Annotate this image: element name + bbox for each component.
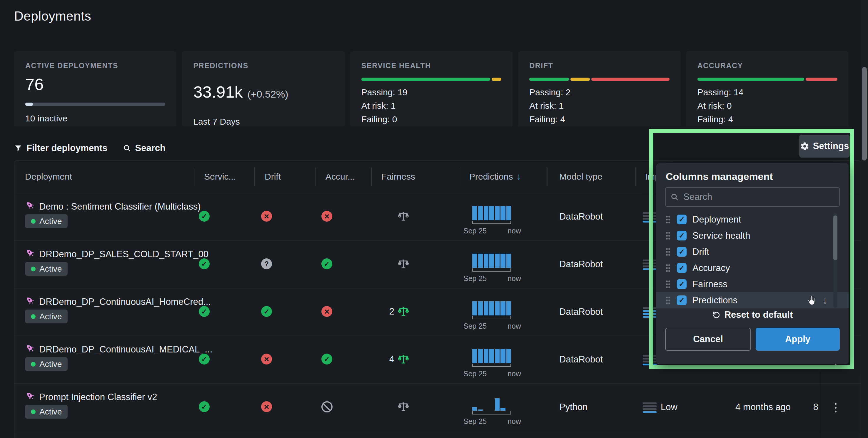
column-header-drift[interactable]: Drift [265,160,281,193]
status-line-passing: Passing: 2 [529,86,669,99]
bar [484,206,488,220]
column-header-predictions[interactable]: Predictions↓ [469,160,521,193]
columns-search-input[interactable] [683,191,835,202]
segment-yellow [570,77,590,81]
column-header-accuracy[interactable]: Accur... [326,160,355,193]
row-menu-button[interactable] [830,399,841,416]
column-item-accuracy[interactable]: ✓Accuracy [656,260,848,276]
drag-handle-icon[interactable] [665,248,671,256]
search-button[interactable]: Search [123,143,165,153]
page-scrollbar-thumb[interactable] [862,67,867,160]
column-item-deployment[interactable]: ✓Deployment [656,211,848,227]
service-health-icon-pass [199,211,210,222]
scales-icon [397,401,410,413]
bar [500,349,505,363]
drag-handle-icon[interactable] [665,280,671,289]
column-header-deployment[interactable]: Deployment [25,160,72,193]
stat-card-sub: 10 inactive [25,114,165,123]
axis-bracket [472,269,511,272]
rocket-icon [25,391,36,402]
checkbox[interactable]: ✓ [677,215,687,224]
active-dot-icon [31,219,36,224]
checkbox[interactable]: ✓ [677,247,687,257]
bar [500,301,505,315]
columns-list: ✓Deployment✓Service health✓Drift✓Accurac… [656,211,848,308]
filter-deployments-button[interactable]: Filter deployments [14,143,107,153]
column-header-label: Drift [265,172,281,182]
stat-card-label: ACTIVE DEPLOYMENTS [25,61,165,70]
checkbox[interactable]: ✓ [677,279,687,289]
prediction-bars [472,349,511,363]
accuracy-icon-none [321,401,333,412]
active-progress-bar [25,102,165,106]
predictions-chart: Sep 25now [472,301,511,319]
axis-labels: Sep 25now [463,274,521,283]
funnel-icon [14,144,22,152]
importance-icon [643,355,657,365]
bar [489,206,494,220]
status-segment-bar [529,77,669,81]
sort-desc-icon: ↓ [823,295,828,306]
header-divider [254,167,255,186]
header-divider [371,167,372,186]
status-badge-label: Active [39,359,62,369]
bar [472,301,477,315]
status-line-at-risk: At risk: 0 [698,99,837,113]
checkbox[interactable]: ✓ [677,263,687,273]
axis-bracket [472,364,511,367]
checkbox[interactable]: ✓ [677,231,687,241]
bar [478,206,483,220]
column-item-fairness[interactable]: ✓Fairness [656,276,848,292]
column-header-fairness[interactable]: Fairness [381,160,415,193]
column-header-service[interactable]: Servic... [204,160,236,193]
column-item-predictions[interactable]: ✓Predictions↓ [656,292,848,308]
columns-search-box [665,187,840,207]
rocket-icon [25,295,36,307]
bar [478,409,483,411]
column-header-model_type[interactable]: Model type [559,160,602,193]
drag-handle-icon[interactable] [665,264,671,273]
bar [478,349,483,363]
model-type: DataRobot [559,307,603,317]
predictions-chart: Sep 25now [472,206,511,224]
axis-end-label: now [507,322,521,331]
stat-card-label: DRIFT [529,61,669,70]
fairness-cell: 2 [355,305,410,318]
status-line-at-risk: At risk: 1 [529,99,669,113]
prediction-bars [472,254,511,268]
progress-knob [25,102,33,106]
column-item-service-health[interactable]: ✓Service health [656,227,848,244]
importance-icon [643,402,657,413]
drag-handle-icon[interactable] [665,231,671,240]
apply-button[interactable]: Apply [756,328,840,351]
column-item-drift[interactable]: ✓Drift [656,244,848,260]
axis-labels: Sep 25now [463,417,521,426]
drag-handle-icon[interactable] [665,215,671,224]
panel-scrollbar-thumb[interactable] [833,216,837,260]
table-row[interactable]: Prompt Injection Classifier v2ActiveSep … [14,384,861,431]
scales-icon [397,210,410,222]
cancel-button[interactable]: Cancel [665,328,751,351]
segment-green [698,77,804,81]
service-health-icon-pass [199,401,210,412]
service-health-icon-pass [199,354,210,365]
status-line-passing: Passing: 19 [361,86,501,99]
settings-button[interactable]: Settings [799,135,850,158]
header-divider [459,167,459,186]
reset-to-default-label: Reset to default [724,310,793,320]
status-line-at-risk: At risk: 1 [361,99,501,113]
reset-to-default-button[interactable]: Reset to default [656,310,848,320]
stat-card-value: 33.91k [193,82,243,101]
drag-handle-icon[interactable] [665,296,671,305]
header-divider [315,167,315,186]
column-header-label: Predictions [469,172,513,182]
fairness-cell [355,400,410,414]
importance-label: Low [661,402,678,412]
axis-bracket [472,411,511,414]
filter-deployments-label: Filter deployments [27,143,107,153]
stat-cards: ACTIVE DEPLOYMENTS7610 inactivePREDICTIO… [14,52,848,126]
page-scrollbar-track [861,0,868,438]
segment-green [529,77,569,81]
status-badge: Active [25,262,68,276]
checkbox[interactable]: ✓ [677,295,687,305]
